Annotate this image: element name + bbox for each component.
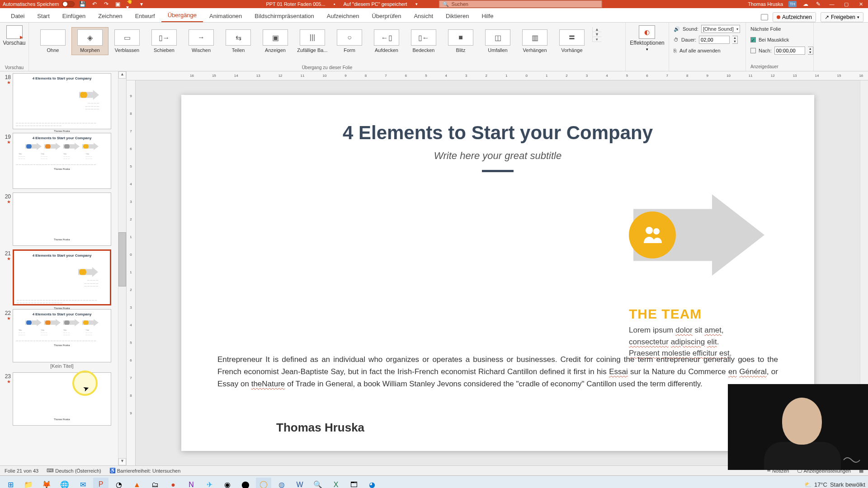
slide-thumbnail-23[interactable]: Thomas Hruska [13, 372, 111, 426]
tab-zeichnen[interactable]: Zeichnen [92, 10, 128, 22]
transition-vorhänge[interactable]: 〓Vorhänge [553, 27, 590, 55]
team-text-block[interactable]: THE TEAM Lorem ipsum dolor sit amet, con… [629, 306, 746, 359]
transition-wischen[interactable]: →Wischen [183, 27, 220, 55]
share-button[interactable]: ↗Freigeben▾ [821, 12, 863, 22]
transition-blitz[interactable]: ■Blitz [442, 27, 479, 55]
app-icon-4[interactable]: ◉ [220, 478, 235, 488]
duration-input[interactable] [699, 36, 730, 44]
slide-thumbnail-20[interactable]: Thomas Hruska [13, 192, 111, 246]
tab-animationen[interactable]: Animationen [203, 10, 248, 22]
slide-title[interactable]: 4 Elements to Start your Company [217, 122, 778, 144]
tab-datei[interactable]: Datei [5, 10, 31, 22]
transition-verblassen[interactable]: ▭Verblassen [108, 27, 146, 55]
panel-scrollbar[interactable]: ▲ ▼ [118, 71, 126, 465]
sound-dropdown[interactable]: [Ohne Sound]▾ [701, 25, 740, 33]
transition-zufällige ba...[interactable]: |||Zufällige Ba... [294, 27, 331, 55]
after-spinner[interactable]: ▲▼ [808, 47, 813, 55]
start-button[interactable]: ⊞ [3, 478, 18, 488]
slide-canvas[interactable]: 4 Elements to Start your Company Write h… [181, 95, 814, 451]
app-icon-7[interactable]: ◍ [274, 478, 289, 488]
app-icon-1[interactable]: ◔ [111, 478, 127, 488]
tab-entwurf[interactable]: Entwurf [129, 10, 161, 22]
transition-teilen[interactable]: ⇆Teilen [220, 27, 257, 55]
app-icon-5[interactable]: ⬤ [238, 478, 253, 488]
language-button[interactable]: ⌨Deutsch (Österreich) [47, 468, 101, 474]
app-icon-3[interactable]: ● [165, 478, 181, 488]
tab-start[interactable]: Start [31, 10, 56, 22]
slide-author[interactable]: Thomas Hruska [276, 421, 364, 435]
tab-ansicht[interactable]: Ansicht [407, 10, 439, 22]
qat-more-icon[interactable]: ▾ [138, 0, 145, 8]
cloud-icon[interactable]: ☁ [802, 0, 809, 8]
transition-umfallen[interactable]: ◫Umfallen [479, 27, 516, 55]
coming-soon-icon[interactable]: ✎ [815, 0, 822, 8]
transition-gallery-more[interactable]: ▲▼▾ [592, 27, 601, 42]
chrome-icon[interactable]: 🌐 [57, 478, 72, 488]
on-click-checkbox[interactable]: ✓ [750, 37, 756, 42]
after-checkbox[interactable] [750, 48, 756, 53]
scroll-up-icon[interactable]: ▲ [118, 71, 126, 79]
slide-thumbnail-21[interactable]: 4 Elements to Start your Company — — — —… [13, 249, 111, 305]
team-arrow-graphic[interactable] [633, 194, 764, 276]
app-icon-8[interactable]: 🔍 [310, 478, 326, 488]
vlc-icon[interactable]: ▲ [129, 478, 145, 488]
edge-icon[interactable]: ◕ [364, 478, 380, 488]
slide-thumbnail-18[interactable]: 4 Elements to Start your Company — — — —… [13, 73, 111, 129]
transition-bedecken[interactable]: ▯←Bedecken [405, 27, 442, 55]
after-input[interactable] [774, 47, 805, 55]
tab-diktieren[interactable]: Diktieren [439, 10, 475, 22]
outlook-icon[interactable]: ✉ [75, 478, 90, 488]
app-icon-6[interactable]: ◯ [256, 478, 271, 488]
telegram-icon[interactable]: ✈ [202, 478, 217, 488]
apply-all-button[interactable]: ⎘ Auf alle anwenden [674, 46, 740, 55]
tab-ueberpruefen[interactable]: Überprüfen [365, 10, 407, 22]
excel-icon[interactable]: X [328, 478, 344, 488]
tab-uebergaenge[interactable]: Übergänge [161, 9, 203, 22]
save-icon[interactable]: 💾 [79, 0, 86, 8]
app-icon-9[interactable]: 🗔 [346, 478, 362, 488]
duration-spinner[interactable]: ▲▼ [732, 36, 738, 44]
slide-subtitle[interactable]: Write here your great subtitle [217, 150, 778, 162]
search-box[interactable]: 🔍 Suchen [439, 0, 602, 8]
transition-verhängen[interactable]: ▥Verhängen [516, 27, 553, 55]
app-icon-2[interactable]: 🗂 [147, 478, 163, 488]
minimize-button[interactable]: — [827, 1, 836, 7]
effect-options-button[interactable]: ◐ Effektoptionen ▾ [630, 24, 665, 52]
toggle-switch[interactable] [62, 1, 75, 7]
weather-widget[interactable]: ⛅ 17°C Stark bewölkt [804, 481, 865, 488]
redo-icon[interactable]: ↷ [103, 0, 110, 8]
close-button[interactable]: ✕ [856, 1, 865, 7]
powerpoint-icon[interactable]: P [93, 478, 108, 488]
slide-thumbnail-22[interactable]: 4 Elements to Start your Company Title— … [13, 309, 111, 362]
preview-button[interactable]: Vorschau [3, 24, 25, 46]
transition-ohne[interactable]: Ohne [34, 27, 71, 55]
tab-aufzeichnen[interactable]: Aufzeichnen [321, 10, 366, 22]
firefox-icon[interactable]: 🦊 [39, 478, 54, 488]
user-avatar[interactable]: TH [788, 1, 797, 7]
after-label: Nach: [759, 48, 772, 53]
touch-icon[interactable]: 👆▾ [126, 0, 133, 8]
record-button[interactable]: Aufzeichnen [773, 12, 816, 22]
transition-morphen[interactable]: ◈Morphen [71, 27, 108, 55]
maximize-button[interactable]: ▢ [842, 1, 851, 7]
slide-body-text[interactable]: Entrepreneur It is defined as an individ… [217, 353, 778, 390]
transition-schieben[interactable]: ▯→Schieben [146, 27, 183, 55]
explorer-icon[interactable]: 📁 [21, 478, 36, 488]
comments-icon[interactable] [761, 14, 768, 20]
scroll-handle[interactable] [118, 232, 126, 286]
scroll-down-icon[interactable]: ▼ [118, 458, 126, 465]
transition-aufdecken[interactable]: ←▯Aufdecken [368, 27, 405, 55]
accessibility-button[interactable]: ♿Barrierefreiheit: Untersuchen [109, 468, 181, 474]
transition-icon: ||| [300, 29, 325, 46]
undo-icon[interactable]: ↶ [91, 0, 98, 8]
slide-thumbnail-19[interactable]: 4 Elements to Start your Company Title— … [13, 133, 111, 189]
tab-bildschirmpraesentation[interactable]: Bildschirmpräsentation [248, 10, 321, 22]
autosave-toggle[interactable]: Automatisches Speichern [3, 1, 75, 7]
tab-hilfe[interactable]: Hilfe [475, 10, 500, 22]
tab-einfuegen[interactable]: Einfügen [56, 10, 92, 22]
transition-form[interactable]: ○Form [331, 27, 368, 55]
word-icon[interactable]: W [292, 478, 307, 488]
transition-anzeigen[interactable]: ▣Anzeigen [257, 27, 294, 55]
onenote-icon[interactable]: N [184, 478, 199, 488]
present-icon[interactable]: ▣ [114, 0, 122, 8]
